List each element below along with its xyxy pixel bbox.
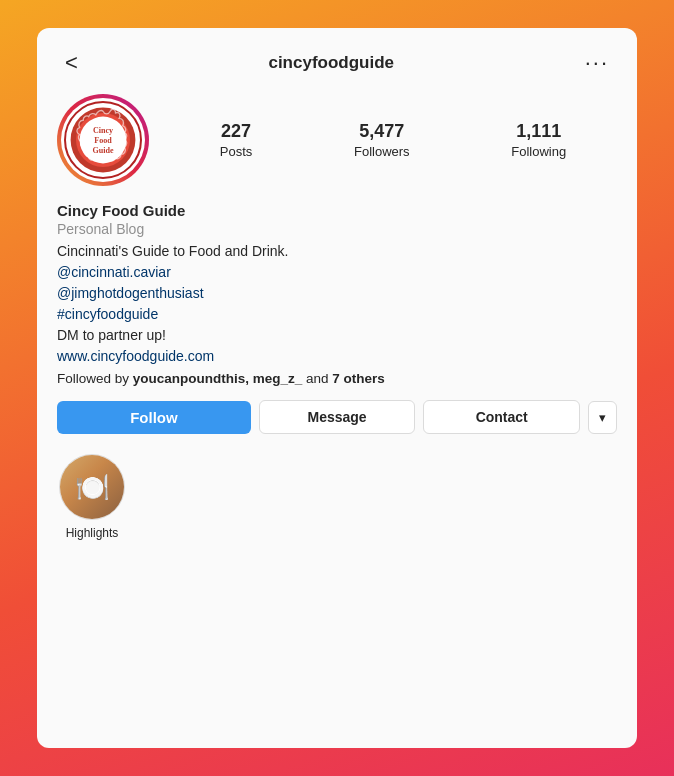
avatar-svg: Cincy Food Guide (67, 104, 139, 176)
contact-button[interactable]: Contact (423, 400, 580, 434)
stat-posts: 227 Posts (220, 121, 253, 159)
back-button[interactable]: < (57, 48, 86, 78)
bio-dm: DM to partner up! (57, 325, 617, 346)
posts-count: 227 (221, 121, 251, 142)
stat-followers: 5,477 Followers (354, 121, 410, 159)
action-row: Follow Message Contact ▾ (57, 400, 617, 434)
highlights-section: 🍽️ Highlights (57, 454, 617, 540)
dropdown-button[interactable]: ▾ (588, 401, 617, 434)
highlight-circle: 🍽️ (59, 454, 125, 520)
stat-following: 1,111 Following (511, 121, 566, 159)
followed-by: Followed by youcanpoundthis, meg_z_ and … (57, 371, 617, 386)
bio-hashtag[interactable]: #cincyfoodguide (57, 304, 617, 325)
followed-by-users: youcanpoundthis, meg_z_ (133, 371, 303, 386)
bio-line-1: Cincinnati's Guide to Food and Drink. (57, 241, 617, 262)
follow-button[interactable]: Follow (57, 401, 251, 434)
stats-row: 227 Posts 5,477 Followers 1,111 Followin… (169, 121, 617, 159)
more-options-button[interactable]: ··· (577, 52, 617, 73)
highlight-label: Highlights (66, 526, 119, 540)
following-label: Following (511, 144, 566, 159)
followers-label: Followers (354, 144, 410, 159)
bio-mention-2[interactable]: @jimghotdogenthusiast (57, 283, 617, 304)
svg-text:Food: Food (94, 136, 112, 145)
message-button[interactable]: Message (259, 400, 416, 434)
bio-section: Cincy Food Guide Personal Blog Cincinnat… (57, 202, 617, 386)
bio-website[interactable]: www.cincyfoodguide.com (57, 346, 617, 367)
highlight-image: 🍽️ (60, 455, 124, 519)
category: Personal Blog (57, 221, 617, 237)
posts-label: Posts (220, 144, 253, 159)
avatar: Cincy Food Guide (57, 94, 149, 186)
username: cincyfoodguide (86, 53, 577, 73)
avatar-logo: Cincy Food Guide (64, 101, 142, 179)
highlight-item[interactable]: 🍽️ Highlights (57, 454, 127, 540)
bio-mention-1[interactable]: @cincinnati.caviar (57, 262, 617, 283)
display-name: Cincy Food Guide (57, 202, 617, 219)
profile-card: < cincyfoodguide ··· Cincy (37, 28, 637, 748)
followed-by-and: and (302, 371, 332, 386)
svg-text:Cincy: Cincy (93, 126, 113, 135)
svg-text:Guide: Guide (92, 146, 114, 155)
header: < cincyfoodguide ··· (57, 48, 617, 78)
followed-by-prefix: Followed by (57, 371, 133, 386)
avatar-inner: Cincy Food Guide (61, 98, 145, 182)
followed-by-count: 7 others (332, 371, 385, 386)
following-count: 1,111 (516, 121, 561, 142)
followers-count: 5,477 (359, 121, 404, 142)
profile-row: Cincy Food Guide 227 Posts 5,477 Followe… (57, 94, 617, 186)
